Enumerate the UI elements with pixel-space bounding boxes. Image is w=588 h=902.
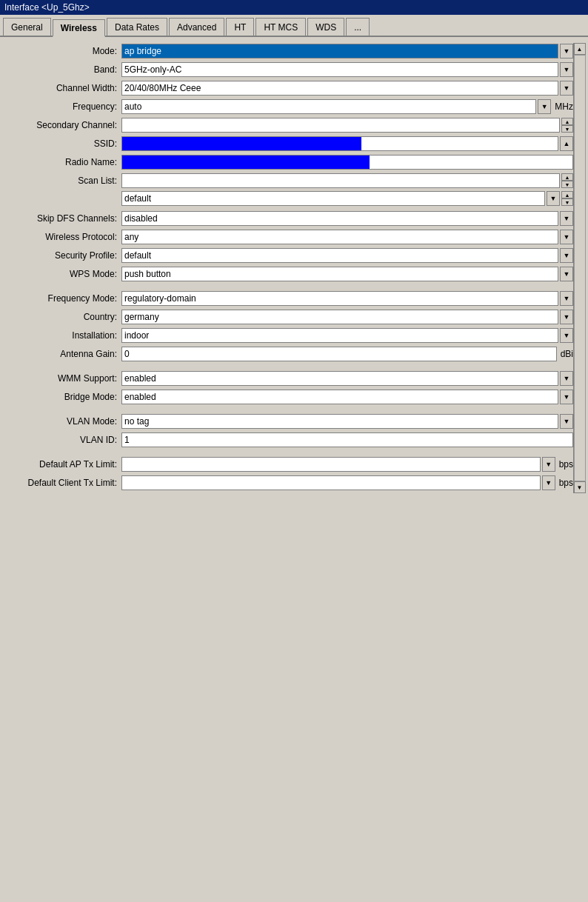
scan-list-default-dropdown-btn[interactable]: ▼ — [547, 191, 560, 206]
wmm-support-label: WMM Support: — [3, 373, 121, 384]
wps-mode-input[interactable] — [121, 267, 558, 281]
band-input[interactable] — [121, 62, 558, 77]
security-profile-input[interactable] — [121, 248, 558, 263]
tab-ht[interactable]: HT — [226, 18, 254, 36]
client-tx-limit-input[interactable] — [121, 475, 541, 490]
separator-3 — [3, 407, 573, 413]
skip-dfs-dropdown-btn[interactable]: ▼ — [560, 211, 573, 226]
wps-mode-dropdown-btn[interactable]: ▼ — [560, 267, 573, 281]
security-profile-dropdown-btn[interactable]: ▼ — [560, 248, 573, 263]
vlan-mode-field-wrap: ▼ — [121, 414, 573, 429]
scroll-up-btn[interactable]: ▲ — [574, 43, 586, 55]
scan-list-up[interactable]: ▲ — [561, 173, 573, 181]
band-label: Band: — [3, 64, 121, 75]
tab-wireless[interactable]: Wireless — [53, 19, 105, 37]
secondary-channel-field-wrap: ▲ ▼ — [121, 118, 573, 133]
mode-dropdown-btn[interactable]: ▼ — [560, 44, 573, 59]
vlan-mode-row: VLAN Mode: ▼ — [3, 413, 573, 430]
tab-data-rates[interactable]: Data Rates — [107, 18, 167, 36]
scrollbar: ▲ ▼ — [573, 43, 585, 493]
ap-tx-limit-unit: bps — [557, 459, 573, 470]
scan-list-default-spinner: ▲ ▼ — [561, 191, 573, 206]
scan-list-spinner: ▲ ▼ — [561, 173, 573, 188]
scan-list-row: Scan List: ▲ ▼ — [3, 173, 573, 189]
tab-ht-mcs[interactable]: HT MCS — [255, 18, 306, 36]
scan-list-default-field-wrap: ▼ ▲ ▼ — [121, 191, 573, 206]
ssid-up-btn[interactable]: ▲ — [560, 136, 573, 151]
wps-mode-row: WPS Mode: ▼ — [3, 266, 573, 282]
skip-dfs-input[interactable] — [121, 211, 558, 226]
channel-width-field-wrap: ▼ — [121, 81, 573, 96]
antenna-gain-unit: dBi — [558, 349, 573, 359]
vlan-mode-dropdown-btn[interactable]: ▼ — [560, 414, 573, 429]
frequency-mode-row: Frequency Mode: ▼ — [3, 290, 573, 307]
secondary-channel-down[interactable]: ▼ — [561, 125, 573, 133]
frequency-mode-input[interactable] — [121, 291, 558, 306]
country-row: Country: ▼ — [3, 309, 573, 325]
ssid-container[interactable] — [121, 136, 558, 151]
tab-advanced[interactable]: Advanced — [169, 18, 224, 36]
tab-general[interactable]: General — [3, 18, 51, 36]
ssid-label: SSID: — [3, 138, 121, 149]
country-dropdown-btn[interactable]: ▼ — [560, 310, 573, 324]
frequency-dropdown-btn[interactable]: ▼ — [538, 99, 551, 114]
mode-input[interactable] — [121, 44, 558, 59]
scan-list-down[interactable]: ▼ — [561, 181, 573, 188]
bridge-mode-label: Bridge Mode: — [3, 392, 121, 402]
mode-field-wrap: ▼ — [121, 44, 573, 59]
client-tx-limit-unit: bps — [557, 478, 573, 488]
client-tx-limit-dropdown-btn[interactable]: ▼ — [542, 475, 555, 490]
tab-wds[interactable]: WDS — [307, 18, 344, 36]
vlan-id-row: VLAN ID: — [3, 432, 573, 448]
band-dropdown-btn[interactable]: ▼ — [560, 62, 573, 77]
channel-width-row: Channel Width: ▼ — [3, 80, 573, 96]
form-area: Mode: ▼ Band: ▼ Channel Width: ▼ Frequen… — [3, 43, 573, 493]
secondary-channel-spinner: ▲ ▼ — [561, 118, 573, 133]
installation-label: Installation: — [3, 330, 121, 341]
ap-tx-limit-field-wrap: ▼ bps — [121, 457, 573, 472]
ap-tx-limit-row: Default AP Tx Limit: ▼ bps — [3, 456, 573, 472]
bridge-mode-row: Bridge Mode: ▼ — [3, 389, 573, 405]
wmm-support-row: WMM Support: ▼ — [3, 370, 573, 387]
content-area: Mode: ▼ Band: ▼ Channel Width: ▼ Frequen… — [0, 37, 588, 499]
vlan-mode-input[interactable] — [121, 414, 558, 429]
ap-tx-limit-dropdown-btn[interactable]: ▼ — [542, 457, 555, 472]
title-bar: Interface <Up_5Ghz> — [0, 0, 588, 15]
wireless-protocol-dropdown-btn[interactable]: ▼ — [560, 230, 573, 244]
security-profile-label: Security Profile: — [3, 250, 121, 261]
wps-mode-label: WPS Mode: — [3, 269, 121, 279]
antenna-gain-input[interactable] — [121, 347, 557, 361]
wireless-protocol-input[interactable] — [121, 230, 558, 244]
secondary-channel-input[interactable] — [121, 118, 560, 133]
secondary-channel-row: Secondary Channel: ▲ ▼ — [3, 117, 573, 133]
secondary-channel-up[interactable]: ▲ — [561, 118, 573, 125]
frequency-row: Frequency: ▼ MHz — [3, 98, 573, 115]
wireless-protocol-field-wrap: ▼ — [121, 230, 573, 244]
country-input[interactable] — [121, 310, 558, 324]
frequency-mode-label: Frequency Mode: — [3, 293, 121, 304]
wmm-support-dropdown-btn[interactable]: ▼ — [560, 371, 573, 386]
ap-tx-limit-label: Default AP Tx Limit: — [3, 459, 121, 470]
scroll-down-btn[interactable]: ▼ — [574, 481, 586, 493]
installation-dropdown-btn[interactable]: ▼ — [560, 328, 573, 343]
tab-more[interactable]: ... — [346, 18, 370, 36]
channel-width-dropdown-btn[interactable]: ▼ — [560, 81, 573, 96]
scan-list-input[interactable] — [121, 173, 560, 188]
ap-tx-limit-input[interactable] — [121, 457, 541, 472]
installation-input[interactable] — [121, 328, 558, 343]
wmm-support-input[interactable] — [121, 371, 558, 386]
vlan-id-input[interactable] — [121, 432, 573, 447]
scan-list-default-down[interactable]: ▼ — [561, 198, 573, 206]
client-tx-limit-field-wrap: ▼ bps — [121, 475, 573, 490]
scan-list-default-input[interactable] — [121, 191, 545, 206]
scan-list-default-up[interactable]: ▲ — [561, 191, 573, 198]
frequency-mode-dropdown-btn[interactable]: ▼ — [560, 291, 573, 306]
client-tx-limit-label: Default Client Tx Limit: — [3, 478, 121, 488]
scroll-track[interactable] — [574, 55, 586, 481]
secondary-channel-label: Secondary Channel: — [3, 120, 121, 130]
frequency-input[interactable] — [121, 99, 536, 114]
bridge-mode-input[interactable] — [121, 390, 558, 404]
channel-width-input[interactable] — [121, 81, 558, 96]
bridge-mode-dropdown-btn[interactable]: ▼ — [560, 390, 573, 404]
security-profile-row: Security Profile: ▼ — [3, 247, 573, 264]
